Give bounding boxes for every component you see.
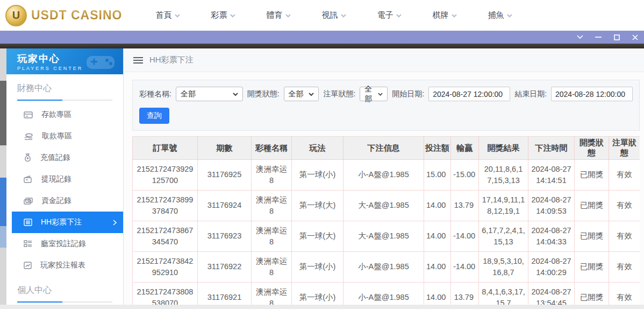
- money-bag-icon: [24, 153, 32, 162]
- column-header: 開獎結果: [479, 137, 528, 160]
- main-panel: HH彩票下注 彩種名稱: 全部 開獎狀態: 全部 注單狀態: 全部: [124, 48, 644, 305]
- nav-item-live[interactable]: 視訊: [321, 10, 377, 20]
- site-logo[interactable]: U USDT CASINO: [5, 5, 122, 26]
- chevron-down-icon: [507, 13, 512, 18]
- chevron-down-icon: [233, 92, 238, 97]
- table-row[interactable]: 215217247392912570031176925澳洲幸运8第一球(小)小-…: [133, 160, 640, 191]
- table-cell: 20,11,8,6,17,15,3,13: [479, 160, 528, 191]
- table-cell: -15.00: [451, 160, 479, 191]
- table-cell: 已開獎: [575, 160, 609, 191]
- nav-item-slots[interactable]: 電子: [377, 10, 432, 20]
- table-cell: 小-A盤@1.985: [344, 252, 424, 283]
- selected-value: 全部: [364, 85, 378, 104]
- chevron-down-icon: [309, 92, 314, 97]
- table-header-row: 訂單號期數彩種名稱玩法下注信息投注額輸贏開獎結果下注時間開獎狀態注單狀態: [133, 137, 640, 160]
- bet-records-table-wrap: 訂單號期數彩種名稱玩法下注信息投注額輸贏開獎結果下注時間開獎狀態注單狀態 215…: [132, 136, 640, 305]
- nav-item-lottery[interactable]: 彩票: [211, 10, 266, 20]
- hand-money-icon: [24, 132, 33, 141]
- table-cell: 13.79: [451, 191, 479, 221]
- table-cell: 大-A盤@1.985: [344, 191, 424, 221]
- sidebar-item-recharge-records[interactable]: 充值記錄: [6, 147, 123, 168]
- sidebar-item-hh-lottery-bets[interactable]: HH彩票下注: [12, 212, 123, 233]
- table-row[interactable]: 215217247384295291031176922澳洲幸运8第一球(小)小-…: [133, 252, 640, 283]
- table-cell: 2024-08-27 14:00:29: [528, 252, 575, 283]
- draw-status-select[interactable]: 全部: [284, 87, 319, 101]
- draw-status-label: 開獎狀態:: [247, 89, 280, 99]
- column-header: 訂單號: [133, 137, 198, 160]
- table-cell: 2152172473842952910: [133, 252, 198, 283]
- table-row[interactable]: 215217247380853807031176921澳洲幸运8第一球(小)小-…: [133, 283, 640, 305]
- table-row[interactable]: 215217247386734547031176923澳洲幸运8第一球(大)大-…: [133, 221, 640, 252]
- table-cell: 2152172473929125700: [133, 160, 198, 191]
- logo-text: USDT CASINO: [31, 8, 122, 23]
- nav-item-fishing[interactable]: 捕魚: [488, 10, 543, 20]
- chevron-down-icon: [452, 13, 457, 18]
- column-header: 玩法: [292, 137, 344, 160]
- table-cell: 有效: [609, 252, 640, 283]
- lottery-name-select[interactable]: 全部: [176, 87, 243, 101]
- chevron-down-icon: [341, 13, 346, 18]
- selected-value: 全部: [289, 89, 304, 99]
- sidebar-item-player-bet-report[interactable]: 玩家投注報表: [6, 255, 123, 276]
- sidebar-item-deposit[interactable]: 存款專區: [6, 104, 123, 125]
- column-header: 下注時間: [528, 137, 575, 160]
- order-status-select[interactable]: 全部: [360, 87, 388, 101]
- table-cell: 2152172473808538070: [133, 283, 198, 305]
- hamburger-menu-icon[interactable]: [133, 57, 143, 64]
- selected-value: 全部: [181, 89, 196, 99]
- nav-item-boardgames[interactable]: 棋牌: [432, 10, 488, 20]
- sidebar-item-funds-records[interactable]: 資金記錄: [6, 190, 123, 212]
- table-cell: -14.00: [451, 252, 479, 283]
- nav-label: 首頁: [155, 10, 171, 20]
- sidebar-item-withdrawal-records[interactable]: 提現記錄: [6, 168, 123, 190]
- gamepad-icon: [84, 52, 117, 72]
- table-cell: 澳洲幸运8: [252, 283, 292, 305]
- close-icon: [632, 34, 638, 40]
- table-cell: 第一球(大): [292, 191, 344, 221]
- window-minimize-button[interactable]: [589, 31, 607, 44]
- sidebar-item-room-bet-records[interactable]: 廳室投註記錄: [6, 233, 123, 255]
- window-collapse-button[interactable]: [571, 31, 589, 44]
- nav-item-home[interactable]: 首頁: [155, 10, 211, 20]
- sidebar-item-label: 提現記錄: [41, 174, 71, 184]
- column-header: 開獎狀態: [575, 137, 609, 160]
- sidebar-item-label: 充值記錄: [40, 153, 70, 163]
- sidebar-item-label: 取款專區: [42, 131, 72, 141]
- table-cell: 澳洲幸运8: [252, 191, 292, 221]
- background-page-sliver: [0, 48, 6, 309]
- nav-menu: 首頁 彩票 體育 視訊 電子 棋牌 捕魚: [155, 10, 543, 20]
- end-date-input[interactable]: [551, 87, 633, 101]
- table-cell: 有效: [609, 221, 640, 252]
- lottery-name-label: 彩種名稱:: [139, 89, 171, 99]
- top-navigation: U USDT CASINO 首頁 彩票 體育 視訊 電子 棋牌 捕魚: [0, 0, 644, 31]
- table-cell: 大-A盤@1.985: [344, 221, 424, 252]
- window-maximize-button[interactable]: [607, 31, 626, 44]
- sidebar-item-label: 玩家投注報表: [40, 261, 85, 270]
- sidebar-item-withdraw[interactable]: 取款專區: [6, 125, 123, 147]
- start-date-label: 開始日期:: [392, 89, 424, 99]
- main-header: HH彩票下注: [124, 48, 644, 72]
- table-cell: 已開獎: [575, 283, 609, 305]
- table-cell: 2024-08-27 14:09:53: [528, 191, 575, 221]
- table-cell: 有效: [609, 191, 640, 221]
- table-row[interactable]: 215217247389937847031176924澳洲幸运8第一球(大)大-…: [133, 191, 640, 221]
- table-cell: 31176922: [198, 252, 252, 283]
- nav-item-sports[interactable]: 體育: [266, 10, 321, 20]
- nav-label: 視訊: [321, 10, 338, 20]
- window-top-edge: [0, 44, 644, 48]
- chevron-down-icon: [285, 13, 291, 18]
- table-body: 215217247392912570031176925澳洲幸运8第一球(小)小-…: [133, 160, 640, 305]
- filter-panel: 彩種名稱: 全部 開獎狀態: 全部 注單狀態: 全部 開始日期: 結束日期:: [132, 80, 640, 131]
- page-title: HH彩票下注: [149, 55, 194, 65]
- search-button[interactable]: 查詢: [139, 108, 169, 124]
- sidebar-item-label: 資金記錄: [41, 196, 71, 206]
- table-cell: 澳洲幸运8: [252, 252, 292, 283]
- table-cell: 14.00: [424, 283, 451, 305]
- window-close-button[interactable]: [626, 31, 644, 44]
- table-cell: 小-A盤@1.985: [344, 283, 424, 305]
- start-date-input[interactable]: [428, 87, 510, 101]
- sidebar-banner: 玩家中心 PLAYERS CENTER: [6, 48, 123, 74]
- table-cell: 14.00: [424, 191, 451, 221]
- table-cell: 已開獎: [575, 221, 609, 252]
- backdrop-art: [0, 178, 6, 226]
